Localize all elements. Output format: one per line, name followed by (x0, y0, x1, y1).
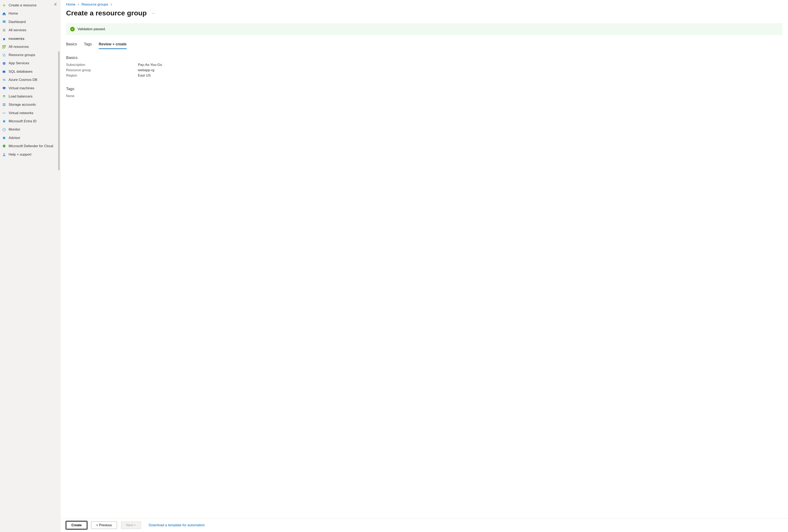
svg-point-26 (3, 137, 5, 139)
vm-icon (2, 86, 6, 90)
sidebar-item-label: SQL databases (8, 70, 33, 74)
support-icon (2, 153, 6, 157)
sidebar-item-label: Load balancers (8, 94, 33, 99)
breadcrumb-resource-groups[interactable]: Resource groups (81, 2, 108, 6)
collapse-sidebar-button[interactable] (53, 2, 58, 6)
sidebar-item-all-services[interactable]: All services (0, 26, 60, 34)
sidebar-item-cosmos-db[interactable]: Azure Cosmos DB (0, 76, 60, 84)
sidebar-item-virtual-machines[interactable]: Virtual machines (0, 84, 60, 92)
favorites-label: FAVORITES (8, 37, 24, 40)
svg-point-28 (3, 153, 5, 155)
review-row-key: Subscription (66, 63, 134, 67)
review-row: Resource groupwebapp-rg (66, 68, 782, 72)
svg-point-27 (4, 137, 5, 138)
entra-icon (2, 119, 6, 123)
sidebar-item-label: All services (8, 28, 26, 32)
review-row-value: webapp-rg (138, 68, 154, 72)
tags-section-title: Tags (66, 86, 782, 91)
svg-rect-3 (4, 22, 5, 23)
svg-rect-20 (3, 105, 5, 105)
breadcrumb-home[interactable]: Home (66, 2, 75, 6)
chevron-double-left-icon (54, 3, 57, 6)
scrollbar-thumb[interactable] (58, 51, 60, 170)
sidebar-item-all-resources[interactable]: All resources (0, 43, 60, 51)
plus-icon (2, 3, 6, 7)
validation-banner: Validation passed. (66, 23, 782, 35)
footer-action-bar: Create < Previous Next > Download a temp… (60, 518, 788, 532)
sidebar-item-virtual-networks[interactable]: Virtual networks (0, 109, 60, 117)
sidebar-item-label: Virtual networks (8, 111, 34, 115)
review-row-key: Region (66, 74, 134, 78)
sidebar-item-label: Monitor (8, 127, 20, 132)
chevron-right-icon (77, 3, 79, 5)
review-row-key: Resource group (66, 68, 134, 72)
sidebar-item-label: Storage accounts (8, 103, 36, 107)
svg-rect-21 (3, 105, 5, 106)
svg-text:sql: sql (3, 71, 4, 73)
svg-rect-18 (4, 89, 5, 90)
list-icon (2, 28, 6, 32)
sidebar-item-app-services[interactable]: App Services (0, 59, 60, 67)
sidebar-item-monitor[interactable]: Monitor (0, 125, 60, 134)
review-row: SubscriptionPay-As-You-Go (66, 63, 782, 67)
breadcrumb: Home Resource groups (66, 2, 782, 6)
download-template-link[interactable]: Download a template for automation (149, 523, 205, 527)
sidebar-item-label: Home (8, 12, 18, 16)
tags-none-value: None (66, 94, 782, 98)
advisor-icon (2, 136, 6, 140)
svg-rect-9 (5, 46, 6, 47)
vnet-icon (2, 111, 6, 115)
sidebar-item-label: App Services (8, 61, 29, 65)
main-content: Home Resource groups Create a resource g… (60, 0, 788, 532)
sidebar-item-load-balancers[interactable]: Load balancers (0, 92, 60, 101)
tab-review-create[interactable]: Review + create (99, 42, 126, 49)
sidebar-item-label: All resources (8, 45, 29, 49)
lb-icon (2, 94, 6, 99)
storage-icon (2, 103, 6, 107)
review-basics-section: Basics SubscriptionPay-As-You-GoResource… (66, 55, 782, 78)
sidebar-item-defender[interactable]: Microsoft Defender for Cloud (0, 142, 60, 150)
svg-rect-7 (2, 46, 3, 47)
svg-rect-4 (2, 45, 3, 46)
sidebar-item-label: Help + support (8, 153, 32, 157)
sql-icon: sql (2, 70, 6, 74)
sidebar-item-advisor[interactable]: Advisor (0, 134, 60, 142)
svg-point-24 (5, 113, 6, 113)
svg-rect-19 (3, 104, 5, 104)
svg-rect-10 (2, 47, 3, 48)
sidebar-item-home[interactable]: Home (0, 9, 60, 18)
svg-point-22 (3, 113, 3, 113)
svg-rect-2 (4, 21, 4, 22)
create-button[interactable]: Create (66, 521, 87, 529)
review-tags-section: Tags None (66, 86, 782, 98)
sidebar-item-resource-groups[interactable]: Resource groups (0, 51, 60, 59)
sidebar-item-label: Dashboard (8, 20, 26, 24)
cube-group-icon (2, 53, 6, 57)
sidebar-item-dashboard[interactable]: Dashboard (0, 18, 60, 26)
review-row: RegionEast US (66, 74, 782, 78)
sidebar-item-label: Virtual machines (8, 86, 34, 90)
tab-basics[interactable]: Basics (66, 42, 77, 49)
sidebar-scroll[interactable]: Create a resourceHomeDashboardAll servic… (0, 0, 60, 532)
favorites-header: FAVORITES (0, 35, 60, 43)
review-row-value: Pay-As-You-Go (138, 63, 162, 67)
tabs: BasicsTagsReview + create (66, 42, 782, 49)
sidebar-item-help-support[interactable]: Help + support (0, 151, 60, 159)
shield-icon (2, 144, 6, 148)
sidebar: Create a resourceHomeDashboardAll servic… (0, 0, 60, 532)
svg-rect-1 (3, 22, 4, 22)
tab-tags[interactable]: Tags (84, 42, 92, 49)
cosmos-icon (2, 78, 6, 82)
svg-rect-17 (3, 87, 5, 89)
globe-icon (2, 61, 6, 65)
previous-button[interactable]: < Previous (91, 521, 117, 529)
more-actions-button[interactable]: ⋯ (151, 10, 157, 16)
sidebar-item-create-resource[interactable]: Create a resource (0, 1, 60, 9)
svg-rect-11 (4, 47, 4, 48)
sidebar-item-label: Create a resource (8, 3, 37, 7)
sidebar-item-sql-databases[interactable]: sqlSQL databases (0, 67, 60, 76)
star-icon (2, 37, 6, 41)
sidebar-item-entra-id[interactable]: Microsoft Entra ID (0, 117, 60, 125)
dashboard-icon (2, 20, 6, 24)
sidebar-item-storage-accounts[interactable]: Storage accounts (0, 101, 60, 109)
